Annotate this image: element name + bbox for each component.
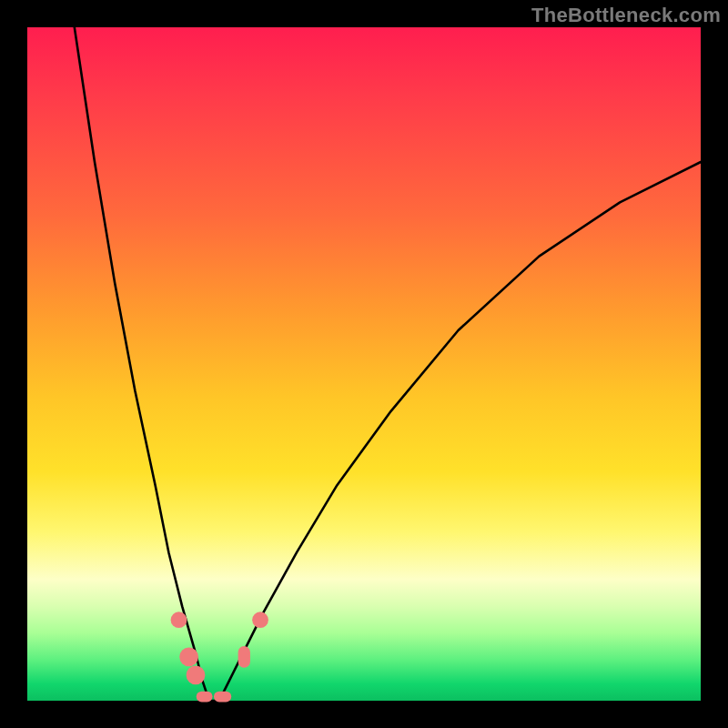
valley-pill-1 (197, 692, 213, 703)
left-arm-dot-3 (187, 666, 206, 685)
left-arm-dot-2 (179, 648, 198, 667)
valley-pill-2 (214, 692, 231, 703)
plot-area (27, 27, 701, 701)
marker-group (171, 612, 268, 702)
chart-container: TheBottleneck.com (0, 0, 728, 728)
right-arm-dot-1 (252, 612, 268, 628)
left-arm-dot-1 (171, 612, 187, 628)
bottleneck-curve (75, 27, 701, 701)
watermark-text: TheBottleneck.com (531, 4, 721, 27)
right-arm-pill (238, 646, 250, 668)
curve-layer (27, 27, 701, 701)
